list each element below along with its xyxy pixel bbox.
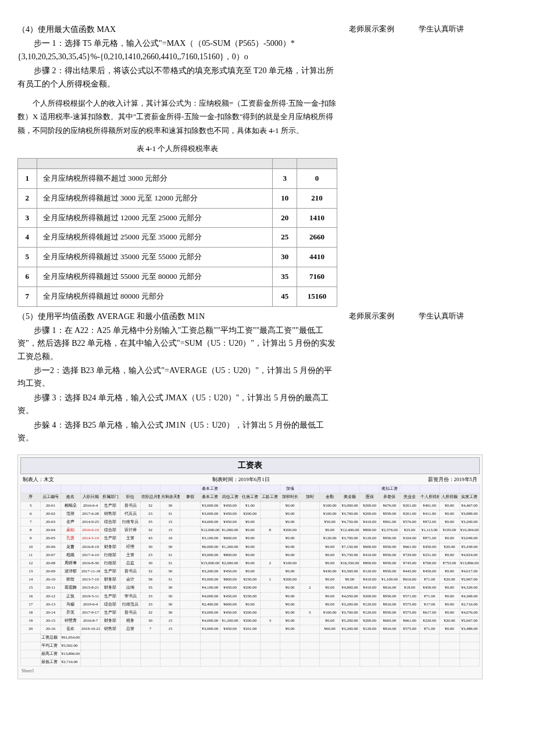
ss-data-row: 920-05孔贤2014-5-10生产部主管4310¥3,100.00¥600.… <box>21 535 480 543</box>
ss-group-header-cell <box>60 485 80 493</box>
tax-table-caption: 表 4-1 个人所得税税率表 <box>17 143 337 155</box>
ss-cell: ¥950.00 <box>380 568 400 576</box>
ss-cell: ¥3,200.00 <box>340 625 359 633</box>
ss-cell: ¥450.00 <box>220 568 240 576</box>
ss-cell: ¥450.00 <box>220 501 240 510</box>
ss-cell: ¥5,000.00 <box>200 576 220 584</box>
ss-cell: 17 <box>21 600 41 608</box>
ss-group-header-cell <box>419 485 439 493</box>
ss-cell: 15 <box>160 617 180 625</box>
tax-no: 4 <box>26 232 30 241</box>
ss-cell: ¥3,700.00 <box>340 510 359 518</box>
ss-cell: 3 <box>260 617 280 625</box>
ss-cell: ¥4,369.00 <box>459 592 479 600</box>
side-student-1: 学生认真听讲 <box>419 23 488 307</box>
ss-cell: ¥2,716.00 <box>459 600 479 608</box>
ss-cell: 2014-5-10 <box>80 535 100 543</box>
ss-group-header-cell <box>41 485 60 493</box>
ss-header-cell: 全勤 <box>320 493 340 501</box>
ss-summary-value: ¥13,896.00 <box>60 650 80 658</box>
tax-rate: 3 <box>283 174 287 182</box>
ss-cell: 正悦 <box>60 592 80 600</box>
ss-cell: 20-15 <box>41 617 60 625</box>
ss-cell: 2015-8-21 <box>80 584 100 592</box>
ss-cell: 普书员 <box>120 501 140 510</box>
ss-cell: ¥410.00 <box>360 584 380 592</box>
ss-cell: ¥616.00 <box>400 576 419 584</box>
tax-row: 5 全月应纳税所得额超过 35000 元至 55000 元部分 30 4410 <box>18 248 337 267</box>
ss-cell: ¥401.00 <box>419 501 439 510</box>
ss-cell: 20-07 <box>41 551 60 559</box>
ss-cell: 31 <box>160 576 180 584</box>
ss-cell: ¥200.00 <box>280 576 299 584</box>
ss-group-header-cell <box>240 485 260 493</box>
ss-cell: ¥450.00 <box>220 625 240 633</box>
ss-cell: ¥100.00 <box>320 510 340 518</box>
ss-cell: ¥250.00 <box>240 576 260 584</box>
ss-cell: ¥3,489.00 <box>459 625 479 633</box>
ss-cell: 赖顺朵 <box>60 501 80 510</box>
ss-cell: ¥200.00 <box>360 617 380 625</box>
tax-rate: 35 <box>281 272 288 281</box>
ss-cell: ¥71.00 <box>419 592 439 600</box>
ss-cell: 2 <box>260 559 280 567</box>
ss-summary-value: ¥91,054.00 <box>60 633 80 642</box>
ss-cell: 7 <box>140 625 160 633</box>
s4-title: （4）使用最大值函数 MAX <box>17 23 337 36</box>
ss-data-row: 1120-07程娥2017-4-10行政部主管2331¥5,000.00¥800… <box>21 551 480 559</box>
ss-cell <box>180 609 200 617</box>
ss-cell <box>180 600 200 608</box>
ss-cell <box>180 576 200 584</box>
ss-meta-row: 制表人：木文 制表时间：2019年6月1日 薪资月份：2019年5月 <box>20 474 480 485</box>
ss-cell <box>260 501 280 510</box>
ss-cell: 会计 <box>120 576 140 584</box>
ss-cell: ¥575.00 <box>400 600 419 608</box>
ss-cell: ¥100.00 <box>320 501 340 510</box>
ss-cell: ¥120.00 <box>360 609 380 617</box>
ss-cell: 主管 <box>120 535 140 543</box>
ss-summary-row: 平均工资¥5,502.00 <box>21 642 480 650</box>
ss-data-row: 820-04吴铂2016-6-10综合部设计师3215¥12,000.00¥1,… <box>21 526 480 535</box>
ss-cell: 行政范员 <box>120 600 140 608</box>
tax-desc: 全月应纳税所得领超过 25000 元至 35000 元部分 <box>37 228 273 248</box>
ss-cell: ¥10,394.00 <box>459 526 479 535</box>
ss-cell: ¥50.00 <box>320 518 340 526</box>
ss-cell: 30 <box>160 543 180 551</box>
ss-data-row: 1320-09游沛郁2017-11-18生产部普书员3230¥3,200.00¥… <box>21 568 480 576</box>
ss-cell: ¥571.00 <box>400 592 419 600</box>
ss-cell: ¥2,400.00 <box>200 600 220 608</box>
ss-cell: ¥20.00 <box>440 543 459 551</box>
ss-cell: ¥4,329.00 <box>459 584 479 592</box>
ss-cell: 30 <box>160 501 180 510</box>
ss-cell: 15 <box>21 584 41 592</box>
ss-header-cell: 失业金 <box>400 493 419 501</box>
ss-cell: 16 <box>21 592 41 600</box>
ss-cell: 20-08 <box>41 559 60 567</box>
ss-cell: ¥950.00 <box>380 592 400 600</box>
tax-row: 4 全月应纳税所得领超过 25000 元至 35000 元部分 25 2660 <box>18 228 337 248</box>
ss-cell: ¥12,400.00 <box>340 526 359 535</box>
ss-cell: 15 <box>160 526 180 535</box>
ss-header-cell: 在职总月数 <box>140 493 160 501</box>
ss-cell: 7 <box>21 518 41 526</box>
ss-cell: ¥4,000.00 <box>200 617 220 625</box>
ss-cell: ¥13,896.00 <box>459 559 479 567</box>
ss-header-cell: 养老保 <box>380 493 400 501</box>
ss-cell: 孔贤 <box>60 535 80 543</box>
ss-cell: ¥120.00 <box>360 535 380 543</box>
ss-cell <box>260 592 280 600</box>
ss-cell: ¥5,439.00 <box>459 543 479 551</box>
s4-step1: 步一 1：选择 T5 单元格，输入公式"=MAX（（05-SUM（P565）-5… <box>17 37 337 63</box>
ss-data-row: 620-02范琰2017-6-28销售部代页员2331¥3,000.00¥450… <box>21 510 480 518</box>
ss-cell: ¥201.00 <box>400 501 419 510</box>
ss-cell: ¥0.00 <box>440 584 459 592</box>
ss-cell: 10 <box>21 543 41 551</box>
ss-cell: ¥0.00 <box>280 592 299 600</box>
ss-cell: ¥20.00 <box>440 617 459 625</box>
ss-cell: 游沛郁 <box>60 568 80 576</box>
ss-header-cell: 所属部门 <box>101 493 120 501</box>
ss-cell: 2019-5-11 <box>80 592 100 600</box>
ss-header: 序员工编号姓名入职日期所属部门职位在职总月数月剩余天数事假基本工资岗位工资住房工… <box>21 493 480 501</box>
s5-step4: 步躲 4：选择 B25 单元格，输入公式 JM1N（U5：U20），计算出 5 … <box>17 419 337 445</box>
ss-cell: ¥729.00 <box>400 551 419 559</box>
